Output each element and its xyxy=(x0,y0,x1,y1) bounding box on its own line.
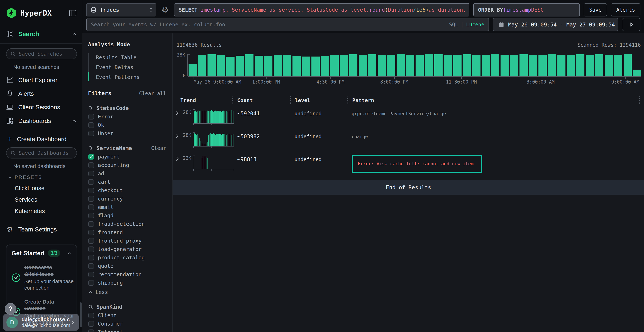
filter-option[interactable]: Consumer xyxy=(88,321,166,327)
get-started-item[interactable]: Connect to ClickHouseSet up your databas… xyxy=(12,264,74,291)
checkbox[interactable] xyxy=(88,321,94,327)
checkbox[interactable] xyxy=(88,154,94,160)
clear-all-filters-button[interactable]: Clear all xyxy=(139,90,166,96)
filter-option[interactable]: frontend-proxy xyxy=(88,238,166,244)
lucene-mode-toggle[interactable]: Lucene xyxy=(466,22,484,28)
save-button[interactable]: Save xyxy=(584,3,607,16)
source-selector[interactable]: Traces xyxy=(86,3,156,16)
checkbox[interactable] xyxy=(88,221,94,227)
order-by-input[interactable]: ORDER BY Timestamp DESC xyxy=(473,3,580,16)
analysis-mode-results-table[interactable]: Results Table xyxy=(94,52,166,62)
column-header-trend[interactable]: Trend xyxy=(173,97,234,104)
create-dashboard-button[interactable]: + Create Dashboard xyxy=(6,135,77,143)
sidebar-item-dashboards[interactable]: Dashboards xyxy=(6,117,77,124)
checkbox[interactable] xyxy=(88,246,94,252)
chevron-up-icon[interactable] xyxy=(72,118,77,124)
alerts-button[interactable]: Alerts xyxy=(611,3,640,16)
checkbox[interactable] xyxy=(88,263,94,269)
checkbox[interactable] xyxy=(88,238,94,244)
checkbox[interactable] xyxy=(88,162,94,168)
filter-option[interactable]: email xyxy=(88,204,166,210)
user-menu[interactable]: D dale@clickhouse.com dale@clickhouse.co… xyxy=(3,314,79,330)
checkbox[interactable] xyxy=(88,179,94,185)
chevron-up-icon[interactable] xyxy=(72,31,77,37)
filter-option[interactable]: Ok xyxy=(88,122,166,128)
saved-searches-input[interactable]: ⌘K xyxy=(6,48,77,60)
column-resize-handle[interactable] xyxy=(290,96,291,104)
checkbox[interactable] xyxy=(88,131,94,136)
filter-option[interactable]: flagd xyxy=(88,212,166,218)
column-header-level[interactable]: level xyxy=(291,97,349,104)
show-less-toggle[interactable]: Less xyxy=(88,289,166,295)
event-search-field[interactable] xyxy=(91,22,449,28)
checkbox[interactable] xyxy=(88,313,94,318)
saved-dashboards-field[interactable] xyxy=(18,150,82,156)
analysis-mode-event-deltas[interactable]: Event Deltas xyxy=(94,62,166,72)
filter-option[interactable]: recommendation xyxy=(88,271,166,278)
checkbox[interactable] xyxy=(88,230,94,235)
event-search-input[interactable]: SQL | Lucene xyxy=(86,18,489,31)
saved-dashboards-input[interactable]: ⌘K xyxy=(6,148,77,158)
table-row[interactable]: 22K~98813undefinedError: Visa cache full… xyxy=(173,155,644,173)
table-row[interactable]: 28K~592041undefinedgrpc.oteldemo.Payment… xyxy=(173,109,644,127)
checkbox[interactable] xyxy=(88,122,94,128)
filter-option[interactable]: Internal xyxy=(88,329,166,332)
chevron-up-icon[interactable] xyxy=(66,250,72,256)
filter-option[interactable]: fraud-detection xyxy=(88,221,166,227)
expand-row-chevron[interactable] xyxy=(174,133,180,139)
analysis-mode-event-patterns[interactable]: Event Patterns xyxy=(94,72,166,82)
filter-option[interactable]: product-catalog xyxy=(88,254,166,261)
preset-kubernetes[interactable]: Kubernetes xyxy=(15,208,77,214)
sidebar-item-chart-explorer[interactable]: Chart Explorer xyxy=(6,76,77,84)
filter-option[interactable]: frontend xyxy=(88,229,166,236)
time-range-picker[interactable]: May 26 09:09:54 - May 27 09:09:54 xyxy=(493,18,618,31)
saved-searches-field[interactable] xyxy=(18,51,82,57)
checkbox[interactable] xyxy=(88,171,94,176)
checkbox[interactable] xyxy=(88,280,94,286)
filter-option[interactable]: ad xyxy=(88,170,166,176)
column-header-count[interactable]: Count xyxy=(234,97,291,104)
presets-toggle[interactable]: PRESETS xyxy=(8,174,77,180)
checkbox[interactable] xyxy=(88,272,94,277)
column-resize-handle[interactable] xyxy=(639,96,640,104)
sidebar-item-team-settings[interactable]: ⚙ Team Settings xyxy=(6,226,77,233)
checkbox[interactable] xyxy=(88,188,94,193)
checkbox[interactable] xyxy=(88,196,94,202)
column-resize-handle[interactable] xyxy=(232,96,233,104)
filter-clear-button[interactable]: Clear xyxy=(151,145,166,151)
sidebar-item-client-sessions[interactable]: Client Sessions xyxy=(6,104,77,111)
filter-option[interactable]: checkout xyxy=(88,187,166,193)
checkbox[interactable] xyxy=(88,330,94,332)
sidebar-item-alerts[interactable]: Alerts xyxy=(6,90,77,97)
expand-row-chevron[interactable] xyxy=(174,156,180,162)
checkbox[interactable] xyxy=(88,114,94,120)
filter-option[interactable]: shipping xyxy=(88,280,166,286)
checkbox[interactable] xyxy=(88,255,94,260)
run-query-button[interactable] xyxy=(622,18,640,31)
filter-option[interactable]: payment xyxy=(88,154,166,160)
column-header-pattern[interactable]: Pattern xyxy=(349,97,644,104)
sidebar-item-search[interactable]: Search xyxy=(6,30,77,38)
filter-option[interactable]: accounting xyxy=(88,162,166,168)
source-settings-gear-icon[interactable]: ⚙ xyxy=(160,5,170,14)
collapse-sidebar-icon[interactable] xyxy=(69,10,77,17)
filter-option[interactable]: cart xyxy=(88,179,166,185)
table-row[interactable]: 28K~503982undefinedcharge xyxy=(173,132,644,150)
checkbox[interactable] xyxy=(88,204,94,210)
filter-option[interactable]: Client xyxy=(88,312,166,318)
filter-option[interactable]: quote xyxy=(88,263,166,269)
preset-services[interactable]: Services xyxy=(15,196,77,203)
expand-row-chevron[interactable] xyxy=(174,110,180,116)
sql-mode-toggle[interactable]: SQL xyxy=(449,22,458,28)
filter-option[interactable]: Unset xyxy=(88,130,166,136)
filter-option[interactable]: currency xyxy=(88,196,166,202)
filter-option[interactable]: Error xyxy=(88,114,166,120)
help-button[interactable]: ? xyxy=(5,303,16,315)
checkbox[interactable] xyxy=(88,213,94,218)
column-resize-handle[interactable] xyxy=(348,96,348,104)
sql-select-input[interactable]: SELECT Timestamp, ServiceName as service… xyxy=(174,3,470,16)
sidebar-scrollbar[interactable] xyxy=(80,302,82,327)
results-histogram[interactable]: 28K 0 May 26 9:00:00 AM1:00:00 PM4:30:00… xyxy=(188,54,641,85)
preset-clickhouse[interactable]: ClickHouse xyxy=(15,185,77,192)
filter-option[interactable]: load-generator xyxy=(88,246,166,252)
